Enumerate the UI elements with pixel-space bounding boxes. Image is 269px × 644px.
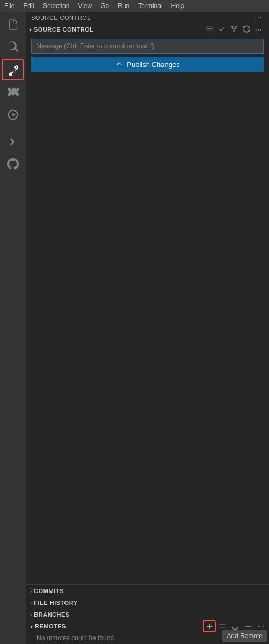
- sc-header-actions: ⋯: [204, 24, 264, 35]
- remotes-header[interactable]: ▾ REMOTES: [26, 620, 269, 632]
- panel-header: SOURCE CONTROL ⋯: [26, 12, 269, 24]
- source-control-icon[interactable]: [2, 59, 24, 80]
- branches-title: BRANCHES: [34, 611, 69, 618]
- commit-message-area: [26, 35, 269, 54]
- commits-section[interactable]: › COMMITS: [26, 585, 269, 597]
- sc-section: ▾ SOURCE CONTROL: [26, 24, 269, 644]
- sc-chevron-down-icon: ▾: [29, 27, 32, 33]
- branches-section[interactable]: › BRANCHES: [26, 609, 269, 620]
- menu-selection[interactable]: Selection: [43, 2, 69, 10]
- bottom-sections: › COMMITS › FILE HISTORY › BRANCHES ▾ RE…: [26, 584, 269, 644]
- file-history-title: FILE HISTORY: [34, 599, 77, 606]
- panel-more-icon[interactable]: ⋯: [253, 12, 264, 23]
- add-remote-button[interactable]: [203, 621, 215, 632]
- search-icon[interactable]: [2, 36, 24, 58]
- remotes-title: REMOTES: [35, 623, 66, 630]
- sc-commit-icon[interactable]: [216, 24, 227, 35]
- commits-chevron-icon: ›: [30, 588, 32, 594]
- sc-section-title: SOURCE CONTROL: [34, 26, 94, 33]
- sc-refresh-icon[interactable]: [241, 24, 252, 35]
- remotes-collapse-icon[interactable]: [242, 621, 254, 632]
- extensions-icon[interactable]: [2, 82, 24, 103]
- publish-btn-area: Publish Changes: [26, 54, 269, 75]
- remotes-view-icon[interactable]: [216, 621, 228, 632]
- sc-more-icon[interactable]: ⋯: [253, 25, 264, 35]
- panel-title: SOURCE CONTROL: [31, 14, 91, 21]
- main-panel: SOURCE CONTROL ⋯ ▾ SOURCE CONTROL: [26, 12, 269, 644]
- menu-bar: File Edit Selection View Go Run Terminal…: [0, 0, 269, 12]
- menu-file[interactable]: File: [4, 2, 14, 10]
- remotes-header-left: ▾ REMOTES: [30, 623, 66, 630]
- remote-icon[interactable]: [2, 104, 24, 125]
- menu-terminal[interactable]: Terminal: [138, 2, 162, 10]
- sc-header-left: ▾ SOURCE CONTROL: [29, 26, 94, 33]
- publish-button-label: Publish Changes: [127, 61, 179, 69]
- remotes-chevron-down-icon: ▾: [30, 624, 33, 630]
- menu-help[interactable]: Help: [171, 2, 185, 10]
- sc-branch-icon[interactable]: [229, 24, 239, 35]
- menu-run[interactable]: Run: [118, 2, 129, 10]
- commits-title: COMMITS: [34, 588, 63, 594]
- run-debug-icon[interactable]: [2, 131, 24, 152]
- remotes-actions: ⋯: [203, 621, 267, 632]
- menu-view[interactable]: View: [78, 2, 92, 10]
- remotes-refresh-icon[interactable]: [229, 621, 241, 632]
- remotes-section: ▾ REMOTES: [26, 620, 269, 644]
- menu-edit[interactable]: Edit: [23, 2, 34, 10]
- menu-go[interactable]: Go: [100, 2, 109, 10]
- cloud-upload-icon: [115, 60, 123, 70]
- remotes-empty-message: No remotes could be found.: [26, 632, 269, 644]
- github-icon[interactable]: [2, 153, 24, 175]
- sc-section-header[interactable]: ▾ SOURCE CONTROL: [26, 24, 269, 35]
- panel-header-actions: ⋯: [253, 12, 264, 23]
- branches-chevron-icon: ›: [30, 612, 32, 618]
- sc-view-icon[interactable]: [204, 24, 215, 35]
- file-history-section[interactable]: › FILE HISTORY: [26, 597, 269, 609]
- sc-content-empty: [26, 75, 269, 584]
- publish-changes-button[interactable]: Publish Changes: [31, 57, 264, 72]
- file-history-chevron-icon: ›: [30, 600, 32, 606]
- files-icon[interactable]: [2, 14, 24, 35]
- commit-message-input[interactable]: [31, 39, 264, 54]
- activity-bar: [0, 12, 26, 644]
- remotes-more-icon[interactable]: ⋯: [255, 621, 267, 632]
